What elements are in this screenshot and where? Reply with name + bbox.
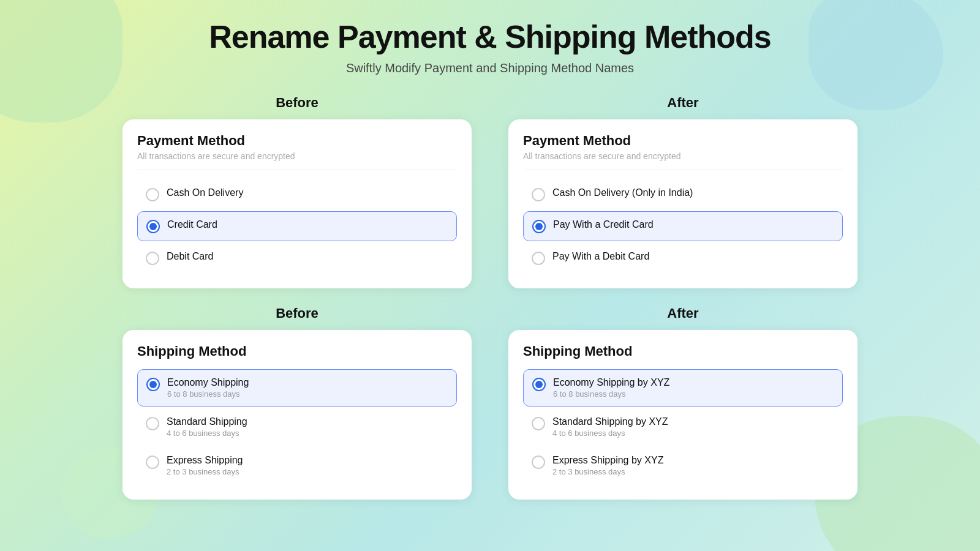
shipping-after-option-0[interactable]: Economy Shipping by XYZ 6 to 8 business … (523, 369, 843, 407)
payment-after-subtitle: All transactions are secure and encrypte… (523, 151, 843, 170)
radio-after-payment-1 (532, 220, 546, 233)
option-sub-before-shipping-1: 4 to 6 business days (167, 429, 247, 438)
shipping-after-card: Shipping Method Economy Shipping by XYZ … (508, 330, 858, 500)
option-label-after-payment-1: Pay With a Credit Card (553, 219, 654, 230)
option-text-after-shipping-0: Economy Shipping by XYZ 6 to 8 business … (553, 377, 669, 399)
payment-after-title: Payment Method (523, 133, 843, 149)
radio-before-shipping-1 (146, 417, 159, 430)
option-label-before-shipping-2: Express Shipping (167, 455, 243, 466)
payment-after-card: Payment Method All transactions are secu… (508, 119, 858, 288)
option-label-after-shipping-1: Standard Shipping by XYZ (552, 416, 668, 427)
option-text-before-payment-0: Cash On Delivery (167, 187, 243, 198)
radio-after-shipping-2 (532, 455, 545, 469)
page-subtitle: Swiftly Modify Payment and Shipping Meth… (346, 61, 634, 75)
option-sub-before-shipping-2: 2 to 3 business days (167, 467, 243, 476)
shipping-before-card: Shipping Method Economy Shipping 6 to 8 … (123, 330, 472, 500)
page-title: Rename Payment & Shipping Methods (209, 18, 771, 55)
option-label-after-shipping-2: Express Shipping by XYZ (552, 455, 663, 466)
option-label-before-payment-2: Debit Card (167, 251, 213, 262)
radio-before-payment-1 (146, 220, 160, 233)
page-container: Rename Payment & Shipping Methods Swiftl… (0, 0, 980, 517)
option-text-before-payment-1: Credit Card (167, 219, 217, 230)
option-label-after-shipping-0: Economy Shipping by XYZ (553, 377, 669, 388)
shipping-row: Before Shipping Method Economy Shipping … (123, 305, 858, 517)
radio-after-shipping-1 (532, 417, 545, 430)
option-sub-before-shipping-0: 6 to 8 business days (167, 389, 249, 399)
payment-before-title: Payment Method (137, 133, 457, 149)
option-text-before-shipping-1: Standard Shipping 4 to 6 business days (167, 416, 247, 438)
option-text-before-shipping-2: Express Shipping 2 to 3 business days (167, 455, 243, 476)
shipping-before-option-0[interactable]: Economy Shipping 6 to 8 business days (137, 369, 457, 407)
option-text-before-payment-2: Debit Card (167, 251, 213, 262)
option-label-before-shipping-0: Economy Shipping (167, 377, 249, 388)
shipping-before-col: Before Shipping Method Economy Shipping … (123, 305, 472, 517)
radio-before-shipping-0 (146, 378, 160, 391)
payment-after-option-2[interactable]: Pay With a Debit Card (523, 244, 843, 272)
shipping-before-option-2[interactable]: Express Shipping 2 to 3 business days (137, 448, 457, 484)
after-label-shipping: After (508, 305, 858, 321)
payment-before-card: Payment Method All transactions are secu… (123, 119, 472, 288)
option-label-before-payment-1: Credit Card (167, 219, 217, 230)
option-text-before-shipping-0: Economy Shipping 6 to 8 business days (167, 377, 249, 399)
shipping-before-option-1[interactable]: Standard Shipping 4 to 6 business days (137, 409, 457, 445)
radio-before-shipping-2 (146, 455, 159, 469)
option-text-after-shipping-2: Express Shipping by XYZ 2 to 3 business … (552, 455, 663, 476)
payment-row: Before Payment Method All transactions a… (123, 95, 858, 305)
payment-after-col: After Payment Method All transactions ar… (508, 95, 858, 305)
payment-after-option-0[interactable]: Cash On Delivery (Only in India) (523, 180, 843, 209)
shipping-after-title: Shipping Method (523, 343, 843, 359)
shipping-before-title: Shipping Method (137, 343, 457, 359)
option-text-after-payment-0: Cash On Delivery (Only in India) (552, 187, 693, 198)
payment-before-option-2[interactable]: Debit Card (137, 244, 457, 272)
option-text-after-shipping-1: Standard Shipping by XYZ 4 to 6 business… (552, 416, 668, 438)
radio-after-payment-0 (532, 188, 545, 201)
radio-before-payment-0 (146, 188, 159, 201)
payment-before-col: Before Payment Method All transactions a… (123, 95, 472, 305)
payment-after-option-1[interactable]: Pay With a Credit Card (523, 211, 843, 241)
option-label-after-payment-2: Pay With a Debit Card (552, 251, 649, 262)
shipping-after-option-2[interactable]: Express Shipping by XYZ 2 to 3 business … (523, 448, 843, 484)
payment-before-option-0[interactable]: Cash On Delivery (137, 180, 457, 209)
option-label-before-payment-0: Cash On Delivery (167, 187, 243, 198)
option-sub-after-shipping-0: 6 to 8 business days (553, 389, 669, 399)
option-label-before-shipping-1: Standard Shipping (167, 416, 247, 427)
radio-before-payment-2 (146, 252, 159, 265)
payment-before-option-1[interactable]: Credit Card (137, 211, 457, 241)
shipping-after-option-1[interactable]: Standard Shipping by XYZ 4 to 6 business… (523, 409, 843, 445)
option-sub-after-shipping-1: 4 to 6 business days (552, 429, 668, 438)
shipping-after-col: After Shipping Method Economy Shipping b… (508, 305, 858, 517)
option-text-after-payment-2: Pay With a Debit Card (552, 251, 649, 262)
payment-before-subtitle: All transactions are secure and encrypte… (137, 151, 457, 170)
after-label-payment: After (508, 95, 858, 111)
option-text-after-payment-1: Pay With a Credit Card (553, 219, 654, 230)
radio-after-payment-2 (532, 252, 545, 265)
radio-after-shipping-0 (532, 378, 546, 391)
before-label-payment: Before (123, 95, 472, 111)
option-sub-after-shipping-2: 2 to 3 business days (552, 467, 663, 476)
option-label-after-payment-0: Cash On Delivery (Only in India) (552, 187, 693, 198)
before-label-shipping: Before (123, 305, 472, 321)
